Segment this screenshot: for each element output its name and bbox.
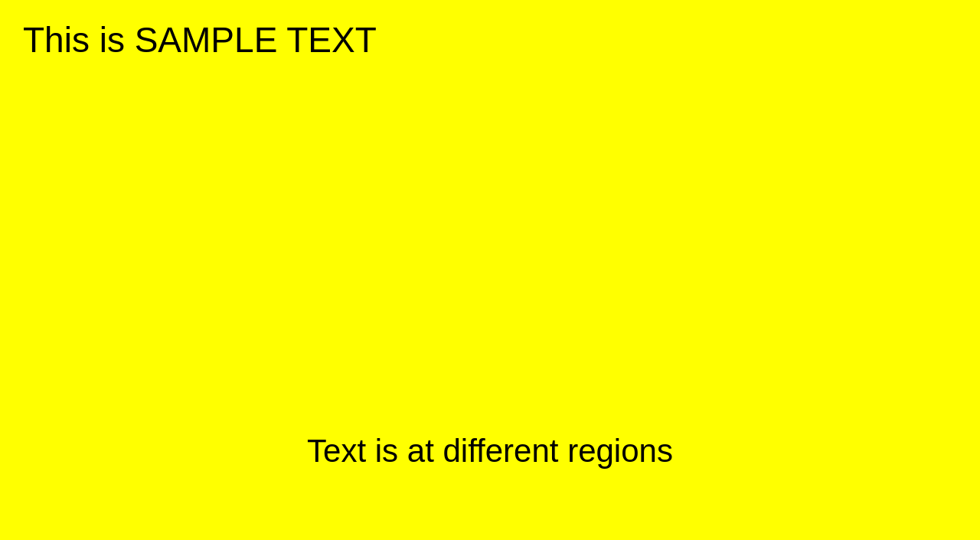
sample-text-bottom-center: Text is at different regions xyxy=(307,433,673,470)
sample-text-top-left: This is SAMPLE TEXT xyxy=(23,19,377,61)
